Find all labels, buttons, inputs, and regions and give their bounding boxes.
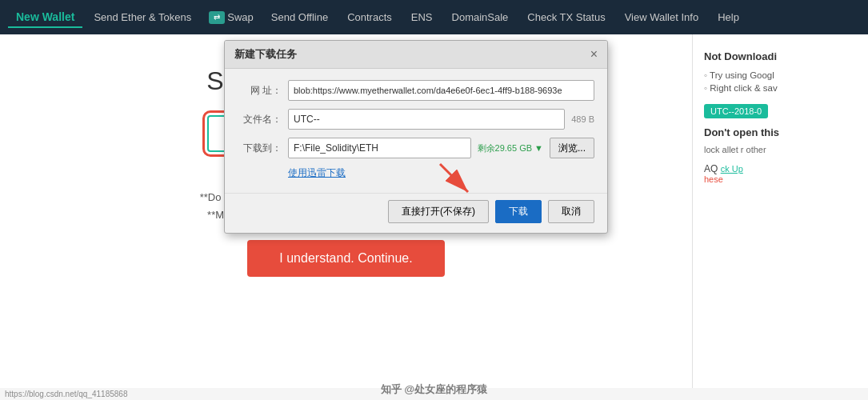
watermark: 知乎 @处女座的程序猿	[381, 382, 487, 397]
nav-item-new-wallet[interactable]: New Wallet	[8, 7, 82, 28]
dialog-header: 新建下载任务 ×	[225, 41, 607, 69]
swap-label: Swap	[227, 11, 254, 23]
dialog-footer: 直接打开(不保存) 下载 取消	[225, 193, 607, 233]
url-row: 网 址：	[238, 80, 594, 101]
download-button[interactable]: 下载	[495, 200, 542, 223]
right-text-block: lock allet r other	[704, 143, 857, 157]
nav-item-contracts[interactable]: Contracts	[339, 8, 400, 26]
browse-button[interactable]: 浏览...	[550, 138, 594, 158]
aq-label: AQ	[704, 163, 718, 174]
dont-open-title: Don't open this	[704, 126, 857, 138]
nav-item-help[interactable]: Help	[710, 8, 747, 26]
nav-item-send-offline[interactable]: Send Offline	[263, 8, 336, 26]
dialog-body: 网 址： 文件名： 489 B 下载到： 剩余29.65 GB ▼ 浏览... …	[225, 69, 607, 188]
right-panel: Not Downloadi Try using Googl Right clic…	[692, 34, 868, 400]
dialog-title: 新建下载任务	[234, 47, 297, 62]
tip-2: Right click & sav	[704, 82, 857, 94]
filename-row: 文件名： 489 B	[238, 109, 594, 130]
red-text: hese	[704, 174, 857, 184]
utc-badge: UTC--2018-0	[704, 104, 768, 118]
navbar: New Wallet Send Ether & Tokens ⇄ Swap Se…	[0, 0, 868, 34]
thunder-link[interactable]: 使用迅雷下载	[288, 167, 346, 178]
url-input[interactable]	[288, 80, 594, 101]
continue-button[interactable]: I understand. Continue.	[247, 240, 444, 277]
filename-label: 文件名：	[238, 113, 282, 126]
nav-item-ens[interactable]: ENS	[403, 8, 441, 26]
cancel-button[interactable]: 取消	[548, 200, 594, 223]
nav-item-view-wallet-info[interactable]: View Wallet Info	[617, 8, 707, 26]
swap-icon: ⇄	[209, 11, 225, 24]
file-size: 489 B	[571, 114, 594, 124]
download-dialog: 新建下载任务 × 网 址： 文件名： 489 B 下载到： 剩余29.65 GB…	[224, 40, 608, 234]
dialog-close-button[interactable]: ×	[590, 48, 598, 61]
nav-item-domain-sale[interactable]: DomainSale	[444, 8, 517, 26]
storage-info: 剩余29.65 GB ▼	[478, 142, 543, 154]
svg-line-1	[440, 164, 468, 192]
arrow-indicator	[432, 156, 480, 207]
aq-link[interactable]: ck Up	[721, 164, 743, 174]
location-row: 下载到： 剩余29.65 GB ▼ 浏览...	[238, 138, 594, 158]
tip-1: Try using Googl	[704, 69, 857, 82]
tips-list: Try using Googl Right click & sav	[704, 69, 857, 94]
nav-item-swap[interactable]: ⇄ Swap	[202, 8, 260, 27]
url-label: 网 址：	[238, 84, 282, 98]
nav-item-check-tx-status[interactable]: Check TX Status	[519, 8, 613, 26]
filename-input[interactable]	[288, 109, 565, 130]
nav-item-send-ether[interactable]: Send Ether & Tokens	[86, 8, 199, 26]
location-label: 下载到：	[238, 142, 282, 155]
thunder-link-row: 使用迅雷下载	[238, 166, 594, 180]
not-downloading-title: Not Downloadi	[704, 50, 857, 62]
